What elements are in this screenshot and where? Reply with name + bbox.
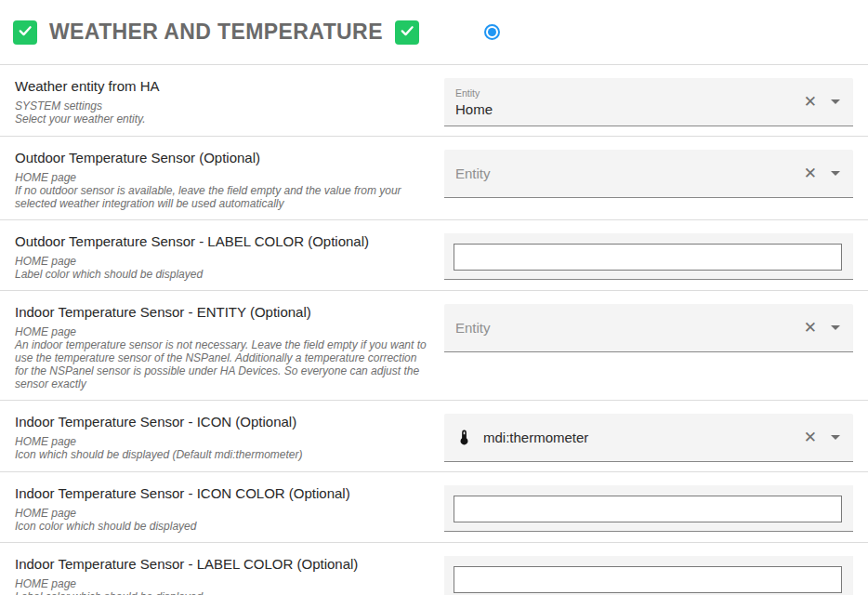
clear-icon[interactable]: ✕ (804, 430, 817, 445)
setting-title: Weather entity from HA (15, 78, 435, 94)
row-outdoor-label-color: Outdoor Temperature Sensor - LABEL COLOR… (0, 222, 868, 291)
row-indoor-icon-color: Indoor Temperature Sensor - ICON COLOR (… (0, 474, 868, 543)
row-outdoor-temp-entity: Outdoor Temperature Sensor (Optional) HO… (0, 139, 868, 220)
setting-description: Icon color which should be displayed (15, 520, 431, 533)
row-weather-entity: Weather entity from HA SYSTEM settings S… (0, 67, 868, 137)
clear-icon[interactable]: ✕ (804, 165, 817, 181)
chevron-down-icon[interactable] (831, 325, 840, 330)
weather-entity-select[interactable]: Entity Home ✕ (444, 78, 853, 126)
row-indoor-label-color: Indoor Temperature Sensor - LABEL COLOR … (0, 545, 868, 595)
checkmark-icon (17, 22, 33, 43)
row-labels: Indoor Temperature Sensor - ICON (Option… (15, 414, 444, 461)
indoor-temp-entity-select[interactable]: Entity ✕ (444, 304, 853, 352)
setting-description: Label color which should be displayed (15, 268, 431, 281)
row-labels: Indoor Temperature Sensor - ENTITY (Opti… (15, 304, 444, 390)
clear-icon[interactable]: ✕ (804, 320, 817, 336)
outdoor-temp-entity-select[interactable]: Entity ✕ (444, 150, 853, 198)
setting-scope: HOME page (15, 325, 435, 338)
setting-title: Indoor Temperature Sensor - ENTITY (Opti… (15, 304, 435, 320)
section-radio-button[interactable] (484, 24, 500, 40)
row-indoor-icon: Indoor Temperature Sensor - ICON (Option… (0, 403, 868, 472)
setting-description: Label color which should be displayed (15, 590, 431, 595)
section-enabled-checkbox[interactable] (13, 20, 37, 45)
row-labels: Weather entity from HA SYSTEM settings S… (15, 78, 444, 126)
section-header: WEATHER AND TEMPERATURE (0, 0, 868, 65)
setting-scope: HOME page (15, 507, 435, 520)
row-labels: Indoor Temperature Sensor - ICON COLOR (… (15, 485, 444, 533)
select-placeholder: Entity (455, 165, 804, 181)
setting-title: Indoor Temperature Sensor - ICON COLOR (… (15, 485, 435, 501)
section-title: WEATHER AND TEMPERATURE (49, 20, 383, 45)
select-value: mdi:thermometer (483, 430, 588, 445)
setting-description: An indoor temperature sensor is not nece… (15, 338, 431, 390)
indoor-icon-color-input[interactable] (454, 496, 842, 522)
indoor-icon-select[interactable]: mdi:thermometer ✕ (444, 414, 853, 462)
setting-title: Indoor Temperature Sensor - ICON (Option… (15, 414, 435, 430)
indoor-label-color-field (444, 556, 853, 595)
outdoor-label-color-input[interactable] (454, 244, 842, 271)
setting-description: Icon which should be displayed (Default … (15, 448, 431, 461)
checkmark-icon (399, 22, 415, 43)
chevron-down-icon[interactable] (831, 99, 840, 104)
row-labels: Indoor Temperature Sensor - LABEL COLOR … (15, 556, 444, 595)
section-secondary-checkbox[interactable] (395, 20, 419, 45)
chevron-down-icon[interactable] (831, 435, 840, 440)
select-field-label: Entity (455, 87, 804, 99)
radio-dot-icon (488, 28, 496, 36)
setting-description: Select your weather entity. (15, 112, 431, 126)
setting-scope: HOME page (15, 435, 435, 448)
row-labels: Outdoor Temperature Sensor - LABEL COLOR… (15, 233, 444, 281)
setting-scope: HOME page (15, 255, 435, 268)
setting-title: Outdoor Temperature Sensor (Optional) (15, 150, 435, 165)
thermometer-icon (455, 429, 473, 446)
clear-icon[interactable]: ✕ (804, 94, 817, 110)
setting-title: Indoor Temperature Sensor - LABEL COLOR … (15, 556, 435, 572)
setting-description: If no outdoor sensor is available, leave… (15, 184, 431, 210)
row-labels: Outdoor Temperature Sensor (Optional) HO… (15, 150, 444, 210)
select-placeholder: Entity (455, 320, 804, 336)
indoor-icon-color-field (444, 485, 853, 532)
setting-scope: HOME page (15, 577, 435, 590)
row-indoor-temp-entity: Indoor Temperature Sensor - ENTITY (Opti… (0, 293, 868, 401)
setting-scope: SYSTEM settings (15, 99, 435, 112)
indoor-label-color-input[interactable] (454, 566, 842, 593)
setting-title: Outdoor Temperature Sensor - LABEL COLOR… (15, 233, 435, 249)
setting-scope: HOME page (15, 171, 435, 184)
outdoor-label-color-field (444, 233, 853, 280)
select-value: Home (455, 101, 804, 117)
chevron-down-icon[interactable] (831, 171, 840, 176)
